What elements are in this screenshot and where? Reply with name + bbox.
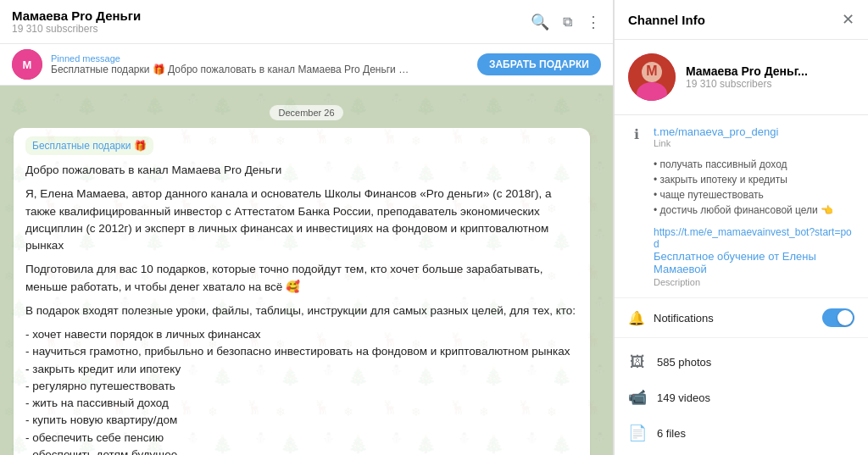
info-header: Channel Info ✕ xyxy=(615,0,868,40)
info-circle-icon: ℹ xyxy=(628,126,645,142)
pinned-label: Pinned message xyxy=(51,53,469,64)
more-icon[interactable]: ⋮ xyxy=(586,13,601,31)
bot-desc-label: Description xyxy=(654,277,854,287)
files-row[interactable]: 📄 6 files xyxy=(615,415,868,451)
pinned-bar: М Pinned message Бесплатные подарки 🎁 До… xyxy=(0,44,613,86)
chat-panel: Мамаева Pro Деньги 19 310 subscribers 🔍 … xyxy=(0,0,614,455)
channel-link[interactable]: t.me/manaeva_pro_dengi xyxy=(654,125,778,138)
pinned-button[interactable]: ЗАБРАТЬ ПОДАРКИ xyxy=(477,53,601,75)
link-content: t.me/manaeva_pro_dengi Link xyxy=(654,125,778,148)
channel-info-subs: 19 310 subscribers xyxy=(686,78,808,90)
message-p3: Подготовила для вас 10 подарков, которые… xyxy=(25,261,578,296)
chat-header-info: Мамаева Pro Деньги 19 310 subscribers xyxy=(12,8,531,35)
photo-icon: 🖼 xyxy=(628,353,647,371)
channel-description: • получать пассивный доход • закрыть ипо… xyxy=(654,157,833,218)
info-section: ℹ t.me/manaeva_pro_dengi Link • получать… xyxy=(615,115,868,298)
bot-row: https://t.me/e_mamaevainvest_bot?start=p… xyxy=(628,226,854,287)
description-row: • получать пассивный доход • закрыть ипо… xyxy=(628,157,854,218)
message-tag: Бесплатные подарки 🎁 xyxy=(25,136,153,155)
svg-text:М: М xyxy=(23,58,32,71)
photos-row[interactable]: 🖼 585 photos xyxy=(615,345,868,380)
video-icon: 📹 xyxy=(628,388,647,407)
videos-row[interactable]: 📹 149 videos xyxy=(615,380,868,415)
right-panel: Channel Info ✕ М Мамаева Pro Деньг... 19… xyxy=(614,0,868,455)
message-p1: Добро пожаловать в канал Мамаева Pro Ден… xyxy=(25,162,578,179)
channel-name: Мамаева Pro Деньг... xyxy=(686,64,808,78)
search-icon[interactable]: 🔍 xyxy=(531,13,549,31)
info-panel-title: Channel Info xyxy=(628,13,705,27)
channel-profile-info: Мамаева Pro Деньг... 19 310 subscribers xyxy=(686,64,808,90)
bot-link[interactable]: https://t.me/e_mamaevainvest_bot?start=p… xyxy=(654,226,854,250)
columns-icon[interactable]: ⧉ xyxy=(563,14,572,30)
chat-title: Мамаева Pro Деньги xyxy=(12,8,531,23)
bot-desc-title: Бесплатное обучение от Елены Мамаевой xyxy=(654,250,854,275)
photos-label: 585 photos xyxy=(657,356,711,369)
svg-text:М: М xyxy=(646,64,657,78)
close-button[interactable]: ✕ xyxy=(842,10,854,29)
notifications-row: 🔔 Notifications xyxy=(615,298,868,338)
message-p5: - хочет навести порядок в личных финанса… xyxy=(25,326,578,455)
bell-icon: 🔔 xyxy=(628,310,645,326)
media-rows: 🖼 585 photos 📹 149 videos 📄 6 files xyxy=(615,338,868,455)
pinned-text: Бесплатные подарки 🎁 Добро пожаловать в … xyxy=(51,64,415,75)
file-icon: 📄 xyxy=(628,424,647,442)
notifications-label: Notifications xyxy=(654,312,814,325)
link-row: ℹ t.me/manaeva_pro_dengi Link xyxy=(628,125,854,148)
notifications-toggle[interactable] xyxy=(822,308,854,327)
chat-subtitle: 19 310 subscribers xyxy=(12,23,531,35)
message-p2: Я, Елена Мамаева, автор данного канала и… xyxy=(25,186,578,254)
channel-profile: М Мамаева Pro Деньг... 19 310 subscriber… xyxy=(615,40,868,115)
files-label: 6 files xyxy=(657,427,686,440)
channel-avatar: М xyxy=(628,53,676,101)
pinned-content: Pinned message Бесплатные подарки 🎁 Добр… xyxy=(51,53,469,75)
header-icons: 🔍 ⧉ ⋮ xyxy=(531,13,601,31)
messages-area[interactable]: 🎄 🦌 ❄ ⛄ December 26 Бесплатные подарки 🎁… xyxy=(0,86,613,455)
date-badge: December 26 xyxy=(14,104,599,119)
message-bubble: Бесплатные подарки 🎁 Добро пожаловать в … xyxy=(14,128,590,455)
message-p4: В подарок входят полезные уроки, файлы, … xyxy=(25,302,578,319)
bot-info: https://t.me/e_mamaevainvest_bot?start=p… xyxy=(654,226,854,287)
link-label: Link xyxy=(654,138,778,148)
chat-header: Мамаева Pro Деньги 19 310 subscribers 🔍 … xyxy=(0,0,613,44)
pinned-avatar: М xyxy=(12,49,42,80)
videos-label: 149 videos xyxy=(657,391,710,404)
